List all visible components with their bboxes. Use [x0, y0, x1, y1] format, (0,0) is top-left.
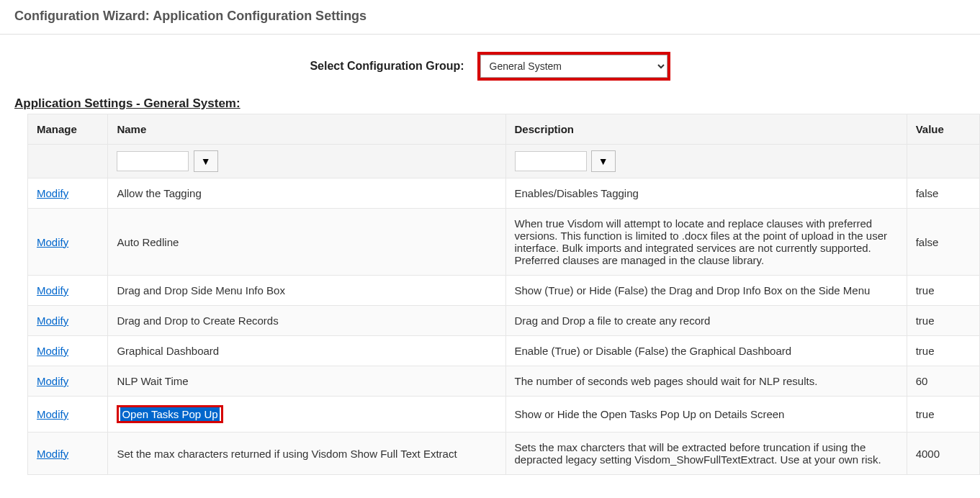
cell-manage: Modify: [28, 209, 108, 276]
table-row: ModifyDrag and Drop Side Menu Info BoxSh…: [28, 276, 980, 306]
cell-name: Drag and Drop Side Menu Info Box: [108, 276, 505, 306]
filter-input-description[interactable]: [515, 151, 587, 171]
highlight-box: Open Tasks Pop Up: [117, 405, 222, 423]
filter-cell-value: [907, 145, 979, 178]
cell-description: Show (True) or Hide (False) the Drag and…: [505, 276, 907, 306]
table-header-row: Manage Name Description Value: [28, 114, 980, 145]
modify-link[interactable]: Modify: [37, 375, 68, 387]
table-row: ModifySet the max characters returned if…: [28, 433, 980, 475]
cell-manage: Modify: [28, 366, 108, 397]
cell-name: Drag and Drop to Create Records: [108, 306, 505, 336]
modify-link[interactable]: Modify: [37, 314, 68, 327]
filter-button-name[interactable]: ▼: [194, 150, 218, 172]
highlighted-name-text: Open Tasks Pop Up: [120, 407, 219, 421]
col-header-value[interactable]: Value: [907, 114, 979, 145]
table-row: ModifyAllow the TaggingEnables/Disables …: [28, 178, 980, 209]
table-filter-row: ▼ ▼: [28, 145, 980, 178]
modify-link[interactable]: Modify: [37, 187, 68, 199]
cell-manage: Modify: [28, 276, 108, 306]
modify-link[interactable]: Modify: [37, 236, 68, 248]
config-group-label: Select Configuration Group:: [310, 60, 464, 73]
filter-cell-description: ▼: [505, 145, 907, 178]
modify-link[interactable]: Modify: [37, 345, 68, 357]
cell-name: Set the max characters returned if using…: [108, 433, 505, 475]
cell-description: Show or Hide the Open Tasks Pop Up on De…: [505, 397, 907, 433]
section-title: Application Settings - General System:: [0, 96, 980, 114]
table-row: ModifyGraphical DashboardEnable (True) o…: [28, 336, 980, 366]
col-header-description[interactable]: Description: [505, 114, 907, 145]
cell-value: false: [907, 178, 979, 209]
modify-link[interactable]: Modify: [37, 448, 68, 460]
table-row: ModifyDrag and Drop to Create RecordsDra…: [28, 306, 980, 336]
filter-input-name[interactable]: [117, 151, 189, 171]
cell-description: The number of seconds web pages should w…: [505, 366, 907, 397]
cell-value: 60: [907, 366, 979, 397]
cell-value: true: [907, 276, 979, 306]
cell-name: Graphical Dashboard: [108, 336, 505, 366]
cell-name: NLP Wait Time: [108, 366, 505, 397]
page-title: Configuration Wizard: Application Config…: [14, 9, 966, 24]
filter-icon: ▼: [598, 155, 608, 167]
filter-button-description[interactable]: ▼: [591, 150, 616, 172]
cell-manage: Modify: [28, 433, 108, 475]
filter-icon: ▼: [201, 155, 211, 167]
cell-value: false: [907, 209, 979, 276]
cell-manage: Modify: [28, 336, 108, 366]
cell-description: When true Visdom will attempt to locate …: [505, 209, 907, 276]
table-row: ModifyAuto RedlineWhen true Visdom will …: [28, 209, 980, 276]
cell-description: Enable (True) or Disable (False) the Gra…: [505, 336, 907, 366]
col-header-manage[interactable]: Manage: [28, 114, 108, 145]
filter-cell-manage: [28, 145, 108, 178]
col-header-name[interactable]: Name: [108, 114, 505, 145]
table-row: ModifyOpen Tasks Pop UpShow or Hide the …: [28, 397, 980, 433]
cell-value: true: [907, 397, 979, 433]
cell-manage: Modify: [28, 178, 108, 209]
cell-value: true: [907, 336, 979, 366]
table-row: ModifyNLP Wait TimeThe number of seconds…: [28, 366, 980, 397]
cell-manage: Modify: [28, 306, 108, 336]
page-header: Configuration Wizard: Application Config…: [0, 0, 980, 35]
config-group-selector-row: Select Configuration Group: General Syst…: [0, 35, 980, 96]
config-group-highlight: General System: [477, 52, 670, 81]
settings-table: Manage Name Description Value ▼ ▼ Modify…: [27, 114, 980, 475]
cell-value: 4000: [907, 433, 979, 475]
modify-link[interactable]: Modify: [37, 284, 68, 296]
config-group-select[interactable]: General System: [480, 55, 667, 78]
cell-name: Auto Redline: [108, 209, 505, 276]
modify-link[interactable]: Modify: [37, 408, 68, 420]
filter-cell-name: ▼: [108, 145, 505, 178]
cell-name: Open Tasks Pop Up: [108, 397, 505, 433]
cell-description: Enables/Disables Tagging: [505, 178, 907, 209]
cell-description: Drag and Drop a file to create any recor…: [505, 306, 907, 336]
cell-manage: Modify: [28, 397, 108, 433]
cell-name: Allow the Tagging: [108, 178, 505, 209]
cell-description: Sets the max charcters that will be extr…: [505, 433, 907, 475]
cell-value: true: [907, 306, 979, 336]
